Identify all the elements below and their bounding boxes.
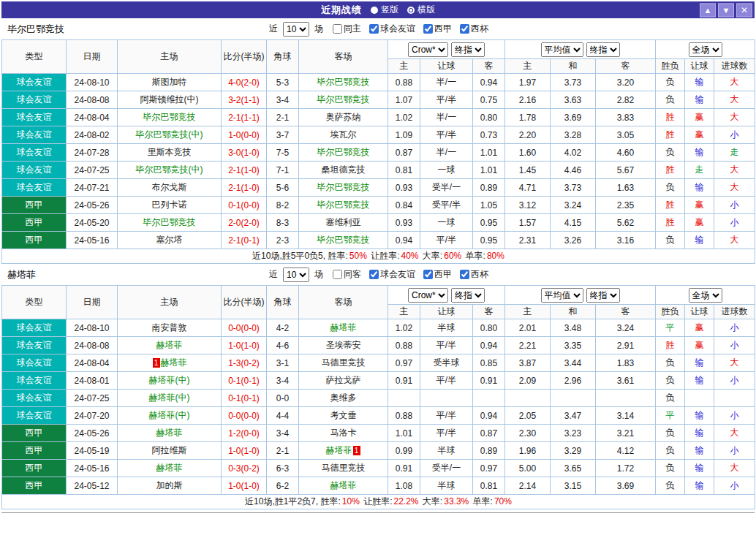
result-handicap-cell: 赢 — [685, 337, 714, 354]
filter-copa[interactable]: 西杯 — [460, 23, 488, 35]
corners-cell: 5-6 — [267, 179, 299, 197]
recent-count-select[interactable]: 10 — [283, 268, 309, 282]
date-cell: 24-05-16 — [67, 232, 118, 249]
average-select[interactable]: 平均值 — [541, 42, 583, 57]
odds-stage-select[interactable]: 终指 — [451, 42, 485, 57]
recent-count-select[interactable]: 10 — [283, 22, 309, 37]
team-link[interactable]: 赫塔菲 — [156, 463, 183, 473]
team-link[interactable]: 毕尔巴鄂竞技 — [317, 147, 370, 157]
team-text: 塞维利亚 — [326, 217, 361, 227]
bookmaker-select[interactable]: Crow* — [408, 288, 448, 303]
close-button[interactable]: ✕ — [736, 3, 752, 17]
move-down-button[interactable]: ▼ — [718, 3, 734, 17]
result-goals-cell: 大 — [714, 354, 755, 372]
fullmatch-select[interactable]: 全场 — [689, 288, 722, 303]
result-wdl-cell: 负 — [656, 390, 685, 407]
match-row: 球会友谊24-08-041赫塔菲1-3(0-2)3-1马德里竞技0.97受半球0… — [2, 354, 755, 372]
date-cell: 24-08-10 — [67, 74, 118, 91]
result-wdl-cell: 胜 — [656, 126, 685, 144]
filter-laliga[interactable]: 西甲 — [423, 268, 452, 281]
result-wdl-cell: 负 — [656, 144, 685, 162]
away-odds-cell: 1.01 — [473, 162, 505, 179]
home-team-cell: 赫塔菲(中) — [118, 390, 222, 407]
team-link[interactable]: 赫塔菲 — [330, 322, 357, 333]
layout-radio-horizontal[interactable]: 横版 — [407, 4, 435, 16]
team-link[interactable]: 毕尔巴鄂竞技 — [317, 235, 370, 245]
subcolumn-header: 让球 — [420, 305, 473, 319]
away-team-cell: 毕尔巴鄂竞技 — [299, 197, 388, 214]
stats-segment: 大率: — [420, 496, 443, 506]
team-link[interactable]: 毕尔巴鄂竞技 — [317, 94, 370, 105]
layout-radio-vertical[interactable]: 竖版 — [371, 4, 398, 16]
filter-friendly[interactable]: 球会友谊 — [369, 23, 415, 35]
filter-checkbox-same-home[interactable] — [333, 24, 342, 34]
team-link[interactable]: 赫塔菲 — [161, 357, 187, 368]
team-link[interactable]: 赫塔菲(中) — [149, 410, 190, 420]
filter-checkbox-laliga[interactable] — [423, 24, 433, 34]
league-type-cell: 西甲 — [2, 197, 67, 214]
league-type-cell: 西甲 — [2, 214, 67, 232]
team-link[interactable]: 毕尔巴鄂竞技 — [143, 217, 196, 227]
subcolumn-header: 客 — [473, 305, 505, 319]
stats-segment: 近10场,胜5平0负5, 胜率: — [252, 251, 348, 261]
date-cell: 24-08-04 — [67, 354, 118, 372]
window-controls: ▲ ▼ ✕ — [700, 3, 752, 17]
team-link[interactable]: 毕尔巴鄂竞技 — [143, 112, 196, 122]
team-link[interactable]: 赫塔菲(中) — [149, 392, 190, 403]
average-select[interactable]: 平均值 — [541, 288, 583, 303]
filter-checkbox-copa[interactable] — [460, 270, 469, 279]
handicap-cell: 平/半 — [420, 232, 473, 249]
avg-away-cell: 3.21 — [596, 425, 656, 442]
result-wdl-cell: 负 — [656, 91, 685, 109]
odds-stage-select[interactable]: 终指 — [451, 288, 485, 303]
away-odds-cell: 0.89 — [473, 179, 505, 197]
away-team-cell: 毕尔巴鄂竞技 — [299, 179, 388, 197]
team-link[interactable]: 赫塔菲 — [156, 428, 183, 438]
team-link[interactable]: 毕尔巴鄂竞技 — [317, 200, 370, 210]
move-up-button[interactable]: ▲ — [700, 3, 716, 17]
avg-draw-cell: 4.15 — [551, 214, 596, 232]
home-team-cell: 毕尔巴鄂竞技 — [118, 214, 222, 232]
avg-home-cell: 4.71 — [505, 179, 551, 197]
team-link[interactable]: 赫塔菲 — [156, 340, 183, 350]
corners-cell: 3-1 — [267, 354, 299, 372]
team-name: 赫塔菲 — [7, 268, 36, 281]
handicap-cell: 受平/半 — [420, 197, 473, 214]
handicap-cell: 受半球 — [420, 354, 473, 372]
corners-cell: 0-0 — [267, 390, 299, 407]
filter-friendly[interactable]: 球会友谊 — [369, 268, 415, 281]
corners-cell: 2-1 — [267, 109, 299, 126]
team-link[interactable]: 赫塔菲(中) — [149, 375, 190, 385]
team-link[interactable]: 毕尔巴鄂竞技 — [317, 182, 370, 192]
avg-home-cell — [505, 390, 551, 407]
team-link[interactable]: 毕尔巴鄂竞技(中) — [136, 129, 203, 140]
stats-segment: 单率: — [470, 496, 493, 506]
column-header: 主场 — [118, 286, 222, 319]
filter-checkbox-laliga[interactable] — [423, 270, 433, 279]
result-goals-cell: 小 — [714, 197, 755, 214]
team-link[interactable]: 毕尔巴鄂竞技 — [317, 77, 370, 87]
team-link[interactable]: 毕尔巴鄂竞技(中) — [136, 164, 203, 175]
filter-same-home[interactable]: 同客 — [333, 268, 361, 281]
filter-checkbox-friendly[interactable] — [369, 24, 379, 34]
team-sections: 毕尔巴鄂竞技近10场同主球会友谊西甲西杯类型日期主场比分(半场)角球客场Crow… — [1, 18, 755, 509]
avg-stage-select[interactable]: 终指 — [586, 42, 620, 57]
handicap-cell — [420, 390, 473, 407]
home-team-cell: 1赫塔菲 — [118, 354, 222, 372]
avg-stage-select[interactable]: 终指 — [586, 288, 620, 303]
date-cell: 24-08-04 — [67, 109, 118, 126]
fullmatch-select[interactable]: 全场 — [689, 42, 722, 57]
filter-laliga[interactable]: 西甲 — [423, 23, 452, 35]
filter-checkbox-copa[interactable] — [460, 24, 469, 34]
filter-copa[interactable]: 西杯 — [460, 268, 488, 281]
team-link[interactable]: 赫塔菲 — [330, 480, 357, 490]
filter-checkbox-same-home[interactable] — [333, 270, 342, 279]
home-team-cell: 巴列卡诺 — [118, 197, 222, 214]
team-link[interactable]: 赫塔菲 — [326, 445, 352, 455]
bookmaker-select[interactable]: Crow* — [408, 42, 448, 57]
filter-checkbox-friendly[interactable] — [369, 270, 379, 279]
handicap-cell: 平/半 — [420, 337, 473, 354]
result-goals-cell: 大 — [714, 109, 755, 126]
filter-same-home[interactable]: 同主 — [333, 23, 361, 35]
avg-away-cell: 4.60 — [596, 144, 656, 162]
